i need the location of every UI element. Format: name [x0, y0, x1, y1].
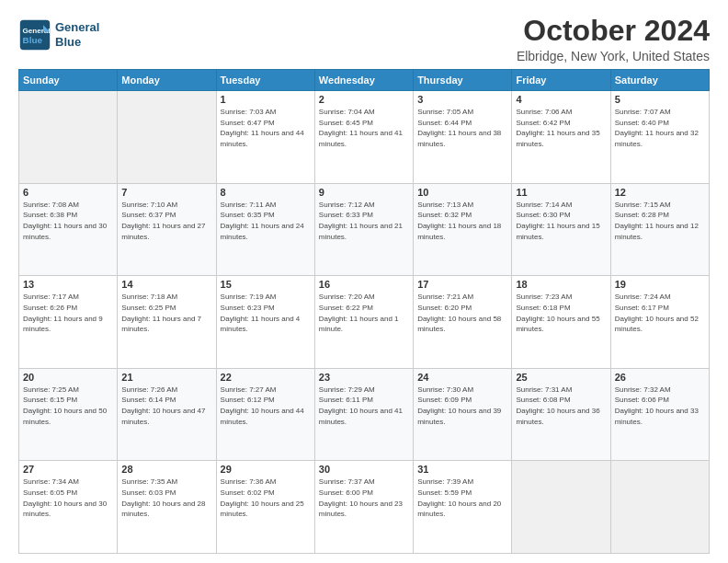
calendar-cell: 6Sunrise: 7:08 AMSunset: 6:38 PMDaylight…: [19, 183, 118, 276]
calendar-cell: [19, 91, 118, 184]
col-friday: Friday: [512, 70, 610, 91]
calendar-cell: 13Sunrise: 7:17 AMSunset: 6:26 PMDayligh…: [19, 276, 118, 369]
calendar-cell: 20Sunrise: 7:25 AMSunset: 6:15 PMDayligh…: [19, 368, 118, 461]
calendar-cell: [118, 91, 216, 184]
week-row-5: 27Sunrise: 7:34 AMSunset: 6:05 PMDayligh…: [19, 461, 710, 554]
calendar-cell: 4Sunrise: 7:06 AMSunset: 6:42 PMDaylight…: [512, 91, 610, 184]
day-number: 22: [221, 372, 311, 383]
day-number: 23: [319, 372, 409, 383]
calendar-cell: 28Sunrise: 7:35 AMSunset: 6:03 PMDayligh…: [118, 461, 216, 554]
day-detail: Sunrise: 7:27 AMSunset: 6:12 PMDaylight:…: [221, 385, 311, 427]
col-monday: Monday: [118, 70, 216, 91]
day-detail: Sunrise: 7:29 AMSunset: 6:11 PMDaylight:…: [319, 385, 409, 427]
calendar-cell: 15Sunrise: 7:19 AMSunset: 6:23 PMDayligh…: [216, 276, 314, 369]
day-number: 29: [221, 464, 311, 475]
calendar-cell: 30Sunrise: 7:37 AMSunset: 6:00 PMDayligh…: [314, 461, 413, 554]
day-number: 31: [417, 464, 507, 475]
day-detail: Sunrise: 7:31 AMSunset: 6:08 PMDaylight:…: [516, 385, 606, 427]
calendar-cell: 2Sunrise: 7:04 AMSunset: 6:45 PMDaylight…: [314, 91, 413, 184]
day-detail: Sunrise: 7:13 AMSunset: 6:32 PMDaylight:…: [417, 200, 507, 242]
calendar-cell: 19Sunrise: 7:24 AMSunset: 6:17 PMDayligh…: [610, 276, 709, 369]
col-sunday: Sunday: [19, 70, 118, 91]
day-detail: Sunrise: 7:39 AMSunset: 5:59 PMDaylight:…: [417, 477, 507, 519]
week-row-4: 20Sunrise: 7:25 AMSunset: 6:15 PMDayligh…: [19, 368, 710, 461]
day-detail: Sunrise: 7:15 AMSunset: 6:28 PMDaylight:…: [615, 200, 705, 242]
day-detail: Sunrise: 7:08 AMSunset: 6:38 PMDaylight:…: [23, 200, 113, 242]
day-detail: Sunrise: 7:30 AMSunset: 6:09 PMDaylight:…: [417, 385, 507, 427]
day-number: 20: [23, 372, 113, 383]
calendar-cell: 29Sunrise: 7:36 AMSunset: 6:02 PMDayligh…: [216, 461, 314, 554]
col-wednesday: Wednesday: [314, 70, 413, 91]
day-detail: Sunrise: 7:19 AMSunset: 6:23 PMDaylight:…: [221, 292, 311, 334]
calendar-cell: 14Sunrise: 7:18 AMSunset: 6:25 PMDayligh…: [118, 276, 216, 369]
day-detail: Sunrise: 7:21 AMSunset: 6:20 PMDaylight:…: [417, 292, 507, 334]
day-number: 24: [417, 372, 507, 383]
day-number: 7: [121, 187, 211, 198]
day-number: 4: [516, 94, 606, 105]
logo-text-blue: Blue: [55, 35, 99, 50]
day-number: 6: [23, 187, 113, 198]
day-detail: Sunrise: 7:12 AMSunset: 6:33 PMDaylight:…: [319, 200, 409, 242]
calendar-cell: 26Sunrise: 7:32 AMSunset: 6:06 PMDayligh…: [610, 368, 709, 461]
day-detail: Sunrise: 7:24 AMSunset: 6:17 PMDaylight:…: [615, 292, 705, 334]
calendar-cell: 7Sunrise: 7:10 AMSunset: 6:37 PMDaylight…: [118, 183, 216, 276]
logo: General Blue General Blue: [18, 18, 99, 52]
day-detail: Sunrise: 7:18 AMSunset: 6:25 PMDaylight:…: [121, 292, 211, 334]
svg-text:Blue: Blue: [23, 35, 43, 45]
header: General Blue General Blue October 2024 E…: [18, 15, 710, 63]
calendar-header-row: Sunday Monday Tuesday Wednesday Thursday…: [19, 70, 710, 91]
week-row-1: 1Sunrise: 7:03 AMSunset: 6:47 PMDaylight…: [19, 91, 710, 184]
day-detail: Sunrise: 7:03 AMSunset: 6:47 PMDaylight:…: [221, 107, 311, 149]
calendar-cell: 24Sunrise: 7:30 AMSunset: 6:09 PMDayligh…: [414, 368, 512, 461]
day-number: 21: [121, 372, 211, 383]
day-number: 14: [121, 279, 211, 290]
day-detail: Sunrise: 7:35 AMSunset: 6:03 PMDaylight:…: [121, 477, 211, 519]
logo-text-general: General: [55, 20, 99, 35]
day-detail: Sunrise: 7:07 AMSunset: 6:40 PMDaylight:…: [615, 107, 705, 149]
day-number: 10: [417, 187, 507, 198]
calendar-cell: 22Sunrise: 7:27 AMSunset: 6:12 PMDayligh…: [216, 368, 314, 461]
day-number: 11: [516, 187, 606, 198]
calendar-cell: 18Sunrise: 7:23 AMSunset: 6:18 PMDayligh…: [512, 276, 610, 369]
calendar-cell: 31Sunrise: 7:39 AMSunset: 5:59 PMDayligh…: [414, 461, 512, 554]
day-number: 28: [121, 464, 211, 475]
calendar-cell: 9Sunrise: 7:12 AMSunset: 6:33 PMDaylight…: [314, 183, 413, 276]
day-detail: Sunrise: 7:05 AMSunset: 6:44 PMDaylight:…: [417, 107, 507, 149]
day-number: 9: [319, 187, 409, 198]
col-tuesday: Tuesday: [216, 70, 314, 91]
day-number: 16: [319, 279, 409, 290]
calendar-cell: 27Sunrise: 7:34 AMSunset: 6:05 PMDayligh…: [19, 461, 118, 554]
calendar-cell: 23Sunrise: 7:29 AMSunset: 6:11 PMDayligh…: [314, 368, 413, 461]
day-number: 19: [615, 279, 705, 290]
day-number: 12: [615, 187, 705, 198]
day-number: 5: [615, 94, 705, 105]
day-detail: Sunrise: 7:34 AMSunset: 6:05 PMDaylight:…: [23, 477, 113, 519]
day-detail: Sunrise: 7:06 AMSunset: 6:42 PMDaylight:…: [516, 107, 606, 149]
day-number: 2: [319, 94, 409, 105]
calendar-table: Sunday Monday Tuesday Wednesday Thursday…: [18, 69, 710, 554]
calendar-cell: 5Sunrise: 7:07 AMSunset: 6:40 PMDaylight…: [610, 91, 709, 184]
day-detail: Sunrise: 7:37 AMSunset: 6:00 PMDaylight:…: [319, 477, 409, 519]
day-detail: Sunrise: 7:32 AMSunset: 6:06 PMDaylight:…: [615, 385, 705, 427]
day-number: 18: [516, 279, 606, 290]
logo-icon: General Blue: [18, 18, 51, 52]
calendar-cell: 3Sunrise: 7:05 AMSunset: 6:44 PMDaylight…: [414, 91, 512, 184]
week-row-3: 13Sunrise: 7:17 AMSunset: 6:26 PMDayligh…: [19, 276, 710, 369]
day-detail: Sunrise: 7:36 AMSunset: 6:02 PMDaylight:…: [221, 477, 311, 519]
day-detail: Sunrise: 7:23 AMSunset: 6:18 PMDaylight:…: [516, 292, 606, 334]
week-row-2: 6Sunrise: 7:08 AMSunset: 6:38 PMDaylight…: [19, 183, 710, 276]
day-detail: Sunrise: 7:25 AMSunset: 6:15 PMDaylight:…: [23, 385, 113, 427]
day-detail: Sunrise: 7:11 AMSunset: 6:35 PMDaylight:…: [221, 200, 311, 242]
calendar-cell: [512, 461, 610, 554]
day-number: 3: [417, 94, 507, 105]
calendar-cell: 10Sunrise: 7:13 AMSunset: 6:32 PMDayligh…: [414, 183, 512, 276]
calendar-cell: 8Sunrise: 7:11 AMSunset: 6:35 PMDaylight…: [216, 183, 314, 276]
day-number: 26: [615, 372, 705, 383]
calendar-cell: 1Sunrise: 7:03 AMSunset: 6:47 PMDaylight…: [216, 91, 314, 184]
day-number: 15: [221, 279, 311, 290]
day-detail: Sunrise: 7:20 AMSunset: 6:22 PMDaylight:…: [319, 292, 409, 334]
calendar-cell: 21Sunrise: 7:26 AMSunset: 6:14 PMDayligh…: [118, 368, 216, 461]
day-number: 1: [221, 94, 311, 105]
day-number: 25: [516, 372, 606, 383]
day-number: 17: [417, 279, 507, 290]
